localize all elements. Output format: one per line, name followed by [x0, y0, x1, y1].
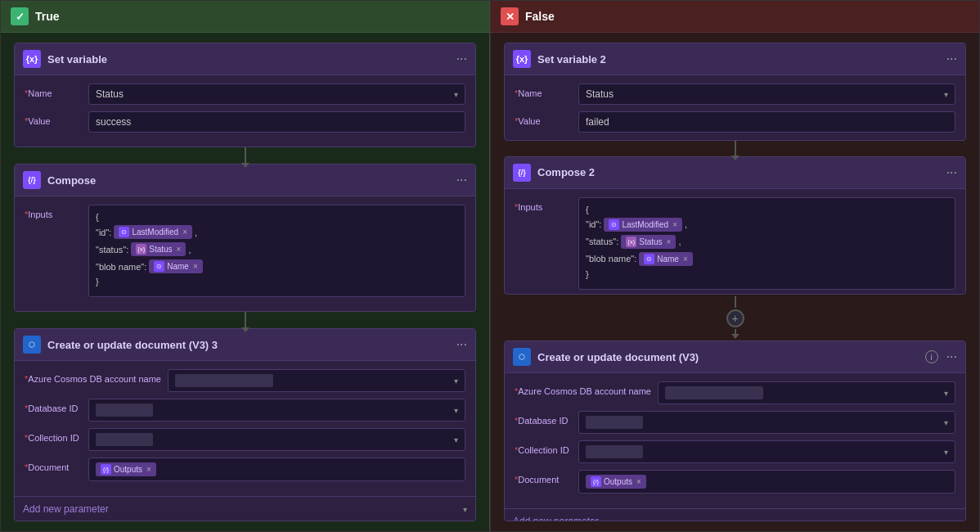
info-icon-false[interactable]: i — [925, 350, 938, 363]
name-icon-true: ⊙ — [154, 261, 164, 272]
false-icon: ✕ — [501, 7, 519, 25]
set-variable-icon-false: {x} — [513, 50, 531, 68]
compose-inputs-row-false: *Inputs { "id": ⊙ LastModified × — [515, 197, 955, 290]
set-variable-card-false: {x} Set variable 2 ··· *Name Status ▾ — [504, 43, 966, 141]
compose-line-close: } — [96, 277, 458, 286]
name-chevron-true: ▾ — [454, 90, 458, 99]
set-var-name-input-false[interactable]: Status ▾ — [578, 83, 955, 105]
add-param-true[interactable]: Add new parameter ▾ — [15, 496, 475, 521]
compose-body-true: *Inputs { "id": ⊙ LastModified × — [15, 196, 475, 312]
set-variable-header-true: {x} Set variable ··· — [15, 43, 475, 75]
token-name-false[interactable]: ⊙ Name × — [639, 252, 693, 266]
add-param-false[interactable]: Add new parameter ▾ — [505, 508, 965, 521]
cosmos-azure-input-true[interactable]: ▾ — [168, 369, 465, 392]
compose-title-true: Compose — [47, 174, 96, 187]
set-variable-menu-true[interactable]: ··· — [456, 52, 467, 66]
compose-icon-true: {/} — [23, 171, 41, 189]
set-variable-menu-false[interactable]: ··· — [946, 52, 957, 66]
lastmod-close-false[interactable]: × — [672, 220, 677, 229]
compose-line-open-false: { — [586, 205, 948, 214]
token-lastmodified-true[interactable]: ⊙ LastModified × — [114, 225, 192, 239]
compose-title-false: Compose 2 — [537, 166, 595, 178]
status-close-true[interactable]: × — [177, 245, 182, 254]
compose-menu-false[interactable]: ··· — [946, 165, 957, 180]
token-status-false[interactable]: {x} Status × — [621, 235, 676, 249]
compose-line-open: { — [96, 212, 458, 222]
connector-1-false — [735, 141, 736, 156]
name-close-false[interactable]: × — [683, 255, 688, 264]
cosmos-coll-row-false: *Collection ID ▾ — [515, 440, 955, 463]
cosmos-card-false: ⬡ Create or update document (V3) i ··· *… — [504, 340, 966, 521]
compose-header-false: {/} Compose 2 ··· — [505, 157, 965, 189]
compose-icon-false: {/} — [513, 164, 531, 182]
compose-line-close-false: } — [586, 269, 948, 279]
cosmos-azure-label-false: *Azure Cosmos DB account name — [515, 381, 651, 396]
name-close-true[interactable]: × — [193, 262, 198, 271]
cosmos-azure-chevron-false: ▾ — [944, 389, 948, 398]
compose-inputs-false[interactable]: { "id": ⊙ LastModified × , — [578, 197, 955, 290]
set-var-name-label-true: *Name — [25, 83, 82, 98]
cosmos-coll-input-true[interactable]: ▾ — [88, 428, 465, 451]
compose-line-id-false: "id": ⊙ LastModified × , — [586, 218, 948, 232]
lastmod-close-true[interactable]: × — [182, 228, 187, 237]
cosmos-coll-value-false — [586, 445, 643, 458]
outputs-close-true[interactable]: × — [146, 465, 151, 474]
token-name-true[interactable]: ⊙ Name × — [149, 259, 203, 273]
token-outputs-false[interactable]: {/} Outputs × — [586, 475, 646, 489]
set-var-value-label-true: *Value — [25, 111, 82, 126]
cosmos-db-chevron-false: ▾ — [944, 418, 948, 427]
cosmos-body-false: *Azure Cosmos DB account name ▾ *Databas… — [505, 373, 965, 508]
cosmos-doc-input-true[interactable]: {/} Outputs × — [88, 458, 465, 481]
cosmos-azure-input-false[interactable]: ▾ — [658, 381, 955, 404]
add-param-chevron-true: ▾ — [463, 505, 467, 514]
compose-menu-true[interactable]: ··· — [456, 173, 467, 187]
set-variable-title-area-false: {x} Set variable 2 — [513, 50, 606, 68]
cosmos-coll-value-true — [96, 433, 153, 446]
set-variable-icon-true: {x} — [23, 50, 41, 68]
cosmos-header-false: ⬡ Create or update document (V3) i ··· — [505, 341, 965, 373]
cosmos-menu-true[interactable]: ··· — [456, 337, 467, 352]
cosmos-azure-value-false — [665, 386, 763, 399]
branch-false-label: False — [525, 10, 555, 23]
set-variable-header-false: {x} Set variable 2 ··· — [505, 43, 965, 75]
status-icon-false: {x} — [626, 237, 636, 247]
set-var-value-input-false[interactable]: failed — [578, 111, 955, 133]
add-action-btn-false[interactable]: + — [726, 309, 744, 327]
cosmos-db-row-false: *Database ID ▾ — [515, 411, 955, 434]
cosmos-azure-label-true: *Azure Cosmos DB account name — [25, 369, 161, 384]
token-status-true[interactable]: {x} Status × — [131, 242, 186, 256]
set-variable-title-true: Set variable — [47, 53, 107, 65]
lastmod-icon-false: ⊙ — [609, 219, 619, 230]
cosmos-title-area-false: ⬡ Create or update document (V3) — [513, 348, 699, 366]
cosmos-db-label-true: *Database ID — [25, 399, 82, 413]
cosmos-azure-value-true — [175, 374, 273, 387]
cosmos-doc-input-false[interactable]: {/} Outputs × — [578, 470, 955, 494]
set-variable-card-true: {x} Set variable ··· *Name Status ▾ — [14, 43, 476, 147]
set-var-name-input-true[interactable]: Status ▾ — [88, 83, 465, 105]
compose-line-status: "status": {x} Status × , — [96, 242, 458, 256]
cosmos-azure-chevron-true: ▾ — [454, 376, 458, 385]
branch-false: ✕ False {x} Set variable 2 ··· *Name — [490, 0, 980, 532]
set-var-name-row-false: *Name Status ▾ — [515, 83, 955, 105]
cosmos-coll-input-false[interactable]: ▾ — [578, 440, 955, 463]
compose-inputs-label-true: *Inputs — [25, 205, 82, 219]
lastmod-icon-true: ⊙ — [119, 227, 129, 237]
workflow-canvas: ✓ True {x} Set variable ··· *Name — [0, 0, 980, 532]
cosmos-db-input-true[interactable]: ▾ — [88, 399, 465, 422]
token-lastmodified-false[interactable]: ⊙ LastModified × — [604, 218, 682, 232]
connector-2-true — [245, 312, 246, 328]
outputs-close-false[interactable]: × — [636, 477, 641, 486]
cosmos-doc-row-true: *Document {/} Outputs × — [25, 458, 465, 481]
set-var-value-input-true[interactable]: success — [88, 111, 465, 133]
cosmos-db-label-false: *Database ID — [515, 411, 572, 426]
cosmos-db-input-false[interactable]: ▾ — [578, 411, 955, 434]
cosmos-icon-false: ⬡ — [513, 348, 531, 366]
cosmos-coll-label-true: *Collection ID — [25, 428, 82, 443]
cosmos-menu-false[interactable]: ··· — [946, 349, 957, 364]
status-close-false[interactable]: × — [667, 237, 672, 246]
compose-inputs-true[interactable]: { "id": ⊙ LastModified × , — [88, 205, 465, 297]
token-outputs-true[interactable]: {/} Outputs × — [96, 462, 156, 476]
cosmos-doc-label-false: *Document — [515, 470, 572, 485]
set-variable-body-true: *Name Status ▾ *Value success — [15, 75, 475, 147]
cosmos-coll-chevron-false: ▾ — [944, 448, 948, 457]
